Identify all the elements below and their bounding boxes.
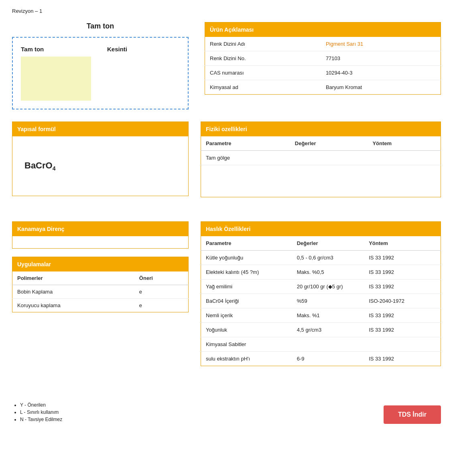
- urun-row-value: 77103: [321, 51, 441, 66]
- legend-item: N - Tavsiye Edilmez: [20, 417, 62, 422]
- urun-row-label: Renk Dizini Adı: [205, 37, 321, 51]
- fiziki-col-headers: Parametre Değerler Yöntem: [201, 136, 441, 151]
- haslık-method: ISO-2040-1972: [364, 294, 441, 308]
- fiziki-spacer: [201, 165, 441, 197]
- list-item: Koruyucu kaplama e: [12, 299, 189, 312]
- haslık-value: 20 gr/100 gr (◆5 gr): [292, 280, 364, 294]
- bottom-row: Y - ÖnerilenL - Sınırlı kullanımN - Tavs…: [12, 390, 441, 424]
- haslık-method: IS 33 1992: [364, 308, 441, 323]
- haslık-value: 0,5 - 0,6 gr/cm3: [292, 251, 364, 265]
- urun-row-label: Kimyasal ad: [205, 80, 321, 95]
- haslık-value: Maks. %0,5: [292, 265, 364, 280]
- legend-item: Y - Önerilen: [20, 402, 62, 408]
- haslık-param: Elekteki kalıntı (45 ?m): [201, 265, 292, 280]
- swatch-label-right: Kesinti: [107, 46, 127, 53]
- table-row: CAS numarası10294-40-3: [205, 66, 441, 80]
- formula-text: BaCrO4: [24, 160, 55, 170]
- tds-download-button[interactable]: TDS İndir: [384, 405, 441, 424]
- formula-row: BaCrO4: [12, 136, 189, 196]
- urun-row-value: Baryum Kromat: [321, 80, 441, 95]
- urun-table: Ürün Açıklaması Renk Dizini AdıPigment S…: [205, 22, 441, 95]
- yapisal-header: Yapısal formül: [12, 122, 189, 137]
- swatch-section-title: Tam ton: [12, 22, 189, 30]
- urun-row-value: Pigment Sarı 31: [321, 37, 441, 51]
- haslık-param: Yoğunluk: [201, 323, 292, 337]
- haslık-method: [364, 337, 441, 352]
- yapisal-table: Yapısal formül BaCrO4: [12, 122, 189, 196]
- color-swatch: [21, 57, 91, 101]
- haslık-method: IS 33 1992: [364, 265, 441, 280]
- haslık-method: IS 33 1992: [364, 352, 441, 366]
- urun-row-value: 10294-40-3: [321, 66, 441, 80]
- table-row: Nemli içerikMaks. %1IS 33 1992: [201, 308, 441, 323]
- haslık-method: IS 33 1992: [364, 251, 441, 265]
- haslık-param: Kimyasal Sabitler: [201, 337, 292, 352]
- table-row: Elekteki kalıntı (45 ?m)Maks. %0,5IS 33 …: [201, 265, 441, 280]
- haslık-param: BaCr04 İçeriği: [201, 294, 292, 308]
- haslık-method: IS 33 1992: [364, 323, 441, 337]
- uygulamalar-header: Uygulamalar: [12, 257, 189, 272]
- list-item: Bobin Kaplama e: [12, 285, 189, 299]
- table-row: Yoğunluk4,5 gr/cm3IS 33 1992: [201, 323, 441, 337]
- kanamaya-header: Kanamaya Direnç: [12, 222, 188, 236]
- swatch-label-left: Tam ton: [21, 46, 91, 53]
- table-row: Yağ emilimi20 gr/100 gr (◆5 gr)IS 33 199…: [201, 280, 441, 294]
- table-row: Renk Dizini AdıPigment Sarı 31: [205, 37, 441, 51]
- haslık-header: Haslık Özellikleri: [201, 222, 441, 237]
- urun-row-label: CAS numarası: [205, 66, 321, 80]
- urun-row-label: Renk Dizini No.: [205, 51, 321, 66]
- haslık-method: IS 33 1992: [364, 280, 441, 294]
- fiziki-header: Fiziki ozellikleri: [201, 122, 441, 137]
- haslık-param: Nemli içerik: [201, 308, 292, 323]
- table-row: BaCr04 İçeriği%59ISO-2040-1972: [201, 294, 441, 308]
- haslık-param: Yağ emilimi: [201, 280, 292, 294]
- haslık-value: %59: [292, 294, 364, 308]
- haslık-value: [292, 337, 364, 352]
- haslık-value: Maks. %1: [292, 308, 364, 323]
- legend-item: L - Sınırlı kullanım: [20, 409, 62, 415]
- haslık-value: 6-9: [292, 352, 364, 366]
- urun-header: Ürün Açıklaması: [205, 22, 441, 37]
- haslık-param: Kütle yoğunluğu: [201, 251, 292, 265]
- legend: Y - ÖnerilenL - Sınırlı kullanımN - Tavs…: [12, 402, 62, 424]
- tds-section: TDS İndir: [384, 405, 441, 424]
- haslık-table: Haslık Özellikleri Parametre Değerler Yö…: [201, 221, 441, 366]
- table-row: Kütle yoğunluğu0,5 - 0,6 gr/cm3IS 33 199…: [201, 251, 441, 265]
- uygulamalar-col-headers: Polimerler Öneri: [12, 271, 189, 285]
- table-row: Renk Dizini No.77103: [205, 51, 441, 66]
- fiziki-table: Fiziki ozellikleri Parametre Değerler Yö…: [201, 122, 441, 197]
- haslık-value: 4,5 gr/cm3: [292, 323, 364, 337]
- uygulamalar-table: Uygulamalar Polimerler Öneri Bobin Kapla…: [12, 257, 189, 312]
- swatch-box: Tam ton Kesinti: [12, 37, 189, 109]
- revision-text: Revizyon – 1: [12, 8, 441, 14]
- haslık-col-headers: Parametre Değerler Yöntem: [201, 236, 441, 251]
- haslık-param: sulu ekstraktın pH'ı: [201, 352, 292, 366]
- table-row: Kimyasal Sabitler: [201, 337, 441, 352]
- table-row: Kimyasal adBaryum Kromat: [205, 80, 441, 95]
- fiziki-row: Tam gölge: [201, 151, 441, 165]
- table-row: sulu ekstraktın pH'ı6-9IS 33 1992: [201, 352, 441, 366]
- kanamaya-box: Kanamaya Direnç: [12, 221, 189, 249]
